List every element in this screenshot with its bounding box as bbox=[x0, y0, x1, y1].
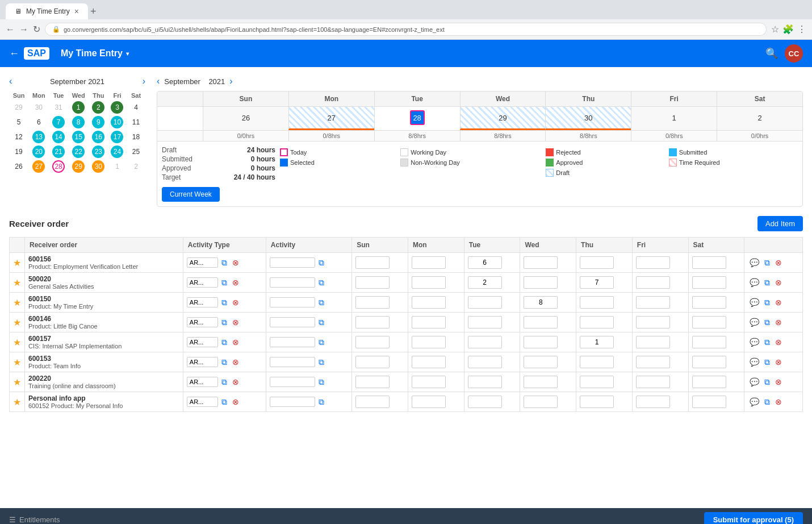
star-col[interactable]: ★ bbox=[10, 392, 25, 412]
mini-cal-day[interactable]: 11 bbox=[127, 115, 145, 130]
time-input-mon[interactable] bbox=[412, 256, 446, 269]
week-date-cell[interactable]: 29 bbox=[460, 107, 546, 130]
time-input-sat[interactable] bbox=[692, 396, 726, 408]
activity-type-clear-btn[interactable]: ⊗ bbox=[231, 397, 241, 407]
activity-input[interactable] bbox=[270, 297, 315, 307]
activity-type-input[interactable] bbox=[187, 337, 218, 347]
time-input-tue[interactable] bbox=[468, 256, 502, 269]
copy-btn[interactable]: ⧉ bbox=[763, 337, 772, 348]
activity-type-clear-btn[interactable]: ⊗ bbox=[231, 377, 241, 387]
delete-btn[interactable]: ⊗ bbox=[773, 297, 784, 307]
time-input-tue[interactable] bbox=[468, 336, 502, 348]
week-date-cell[interactable]: 27 bbox=[288, 107, 374, 130]
delete-btn[interactable]: ⊗ bbox=[773, 397, 784, 407]
comment-btn[interactable]: 💬 bbox=[748, 297, 761, 307]
nav-back-btn[interactable]: ← bbox=[9, 48, 19, 60]
activity-expand-btn[interactable]: ⧉ bbox=[317, 297, 326, 308]
star-col[interactable]: ★ bbox=[10, 352, 25, 372]
mini-cal-day[interactable]: 31 bbox=[49, 100, 68, 115]
activity-type-clear-btn[interactable]: ⊗ bbox=[231, 337, 241, 347]
mini-cal-day[interactable]: 3 bbox=[108, 100, 127, 115]
mini-cal-day[interactable]: 9 bbox=[89, 115, 108, 130]
mini-cal-day[interactable]: 29 bbox=[68, 159, 89, 174]
activity-type-expand-btn[interactable]: ⧉ bbox=[220, 397, 229, 407]
activity-input[interactable] bbox=[270, 257, 315, 268]
time-input-sat[interactable] bbox=[692, 296, 726, 309]
star-col[interactable]: ★ bbox=[10, 253, 25, 273]
time-input-sat[interactable] bbox=[692, 376, 726, 388]
time-input-wed[interactable] bbox=[524, 336, 558, 348]
comment-btn[interactable]: 💬 bbox=[748, 317, 761, 327]
time-input-sun[interactable] bbox=[355, 336, 390, 348]
mini-cal-day[interactable]: 7 bbox=[49, 115, 68, 130]
activity-type-clear-btn[interactable]: ⊗ bbox=[231, 357, 241, 367]
mini-cal-day[interactable]: 2 bbox=[127, 159, 145, 174]
activity-type-expand-btn[interactable]: ⧉ bbox=[220, 257, 229, 268]
week-date-cell[interactable]: 26 bbox=[203, 107, 288, 130]
activity-type-expand-btn[interactable]: ⧉ bbox=[220, 277, 229, 288]
activity-type-clear-btn[interactable]: ⊗ bbox=[231, 317, 241, 327]
mini-cal-day[interactable]: 15 bbox=[68, 130, 89, 144]
copy-btn[interactable]: ⧉ bbox=[763, 257, 772, 268]
mini-cal-day[interactable]: 4 bbox=[127, 100, 145, 115]
time-input-wed[interactable] bbox=[524, 256, 558, 269]
back-btn[interactable]: ← bbox=[6, 24, 15, 35]
time-input-fri[interactable] bbox=[636, 316, 670, 328]
comment-btn[interactable]: 💬 bbox=[748, 277, 761, 288]
activity-input[interactable] bbox=[270, 377, 315, 387]
time-input-mon[interactable] bbox=[412, 316, 446, 328]
mini-cal-day[interactable]: 6 bbox=[28, 115, 49, 130]
time-input-wed[interactable] bbox=[524, 396, 558, 408]
copy-btn[interactable]: ⧉ bbox=[763, 377, 772, 388]
time-input-mon[interactable] bbox=[412, 336, 446, 348]
time-input-fri[interactable] bbox=[636, 396, 670, 408]
activity-type-clear-btn[interactable]: ⊗ bbox=[231, 277, 241, 288]
activity-expand-btn[interactable]: ⧉ bbox=[317, 397, 326, 407]
time-input-sun[interactable] bbox=[355, 376, 390, 388]
mini-cal-day[interactable]: 30 bbox=[89, 159, 108, 174]
activity-type-input[interactable] bbox=[187, 257, 218, 268]
activity-expand-btn[interactable]: ⧉ bbox=[317, 337, 326, 348]
activity-input[interactable] bbox=[270, 317, 315, 327]
mini-cal-day[interactable]: 26 bbox=[9, 159, 28, 174]
activity-type-expand-btn[interactable]: ⧉ bbox=[220, 357, 229, 368]
activity-type-input[interactable] bbox=[187, 277, 218, 288]
mini-cal-day[interactable]: 2 bbox=[89, 100, 108, 115]
activity-type-input[interactable] bbox=[187, 377, 218, 387]
time-input-fri[interactable] bbox=[636, 376, 670, 388]
time-input-sun[interactable] bbox=[355, 296, 390, 309]
time-input-tue[interactable] bbox=[468, 276, 502, 289]
time-input-sat[interactable] bbox=[692, 256, 726, 269]
time-input-thu[interactable] bbox=[580, 276, 614, 289]
time-input-mon[interactable] bbox=[412, 276, 446, 289]
time-input-sun[interactable] bbox=[355, 256, 390, 269]
time-input-thu[interactable] bbox=[580, 396, 614, 408]
activity-type-clear-btn[interactable]: ⊗ bbox=[231, 257, 241, 268]
mini-cal-day[interactable]: 25 bbox=[127, 144, 145, 159]
copy-btn[interactable]: ⧉ bbox=[763, 297, 772, 308]
time-input-mon[interactable] bbox=[412, 356, 446, 368]
star-col[interactable]: ★ bbox=[10, 313, 25, 332]
time-input-thu[interactable] bbox=[580, 256, 614, 269]
delete-btn[interactable]: ⊗ bbox=[773, 337, 784, 347]
time-input-wed[interactable] bbox=[524, 316, 558, 328]
time-input-sat[interactable] bbox=[692, 276, 726, 289]
delete-btn[interactable]: ⊗ bbox=[773, 317, 784, 327]
time-input-fri[interactable] bbox=[636, 296, 670, 309]
copy-btn[interactable]: ⧉ bbox=[763, 397, 772, 407]
time-input-thu[interactable] bbox=[580, 316, 614, 328]
new-tab-btn[interactable]: + bbox=[90, 6, 97, 18]
time-input-tue[interactable] bbox=[468, 316, 502, 328]
time-input-sat[interactable] bbox=[692, 336, 726, 348]
time-input-thu[interactable] bbox=[580, 376, 614, 388]
mini-cal-day[interactable]: 12 bbox=[9, 130, 28, 144]
week-date-cell[interactable] bbox=[157, 107, 203, 130]
mini-cal-day[interactable]: 29 bbox=[9, 100, 28, 115]
star-col[interactable]: ★ bbox=[10, 293, 25, 313]
comment-btn[interactable]: 💬 bbox=[748, 377, 761, 387]
activity-type-input[interactable] bbox=[187, 397, 218, 407]
active-tab[interactable]: 🖥 My Time Entry × bbox=[6, 3, 88, 19]
activity-type-input[interactable] bbox=[187, 317, 218, 327]
time-input-fri[interactable] bbox=[636, 336, 670, 348]
mini-cal-day[interactable]: 24 bbox=[108, 144, 127, 159]
